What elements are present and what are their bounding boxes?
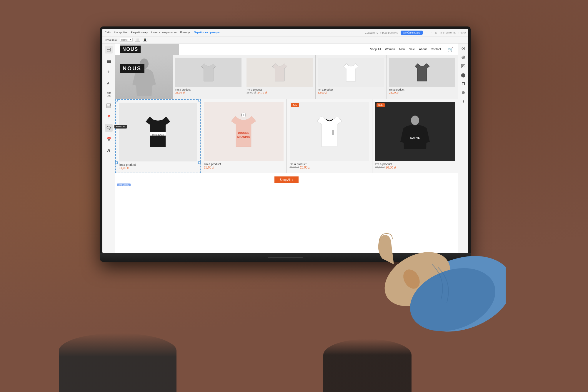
selection-handle-tl[interactable] — [115, 99, 118, 101]
nav-dev[interactable]: Разработчику — [131, 31, 148, 34]
top-bar-nav: Сайт Настройка Разработчику Нанять специ… — [105, 31, 219, 34]
nous-logo: NOUS — [120, 64, 144, 73]
tools-label[interactable]: Инструменты — [440, 31, 456, 34]
pages-icon[interactable] — [105, 46, 113, 54]
store-icon-container: Магазин — [105, 124, 113, 132]
layers-icon[interactable] — [105, 57, 113, 65]
add-product-icon[interactable]: + — [241, 113, 246, 117]
store-icon[interactable] — [105, 124, 113, 132]
top-bar-right: Сохранить Предпросмотр Опубликовать ← → … — [365, 31, 466, 35]
svg-rect-18 — [332, 130, 334, 135]
product-price-b1: 31,00 zł — [119, 166, 197, 170]
bottom-section: PROKINGWEAR I'm a product 31,00 zł — [115, 99, 458, 173]
svg-text:PROKINGWEAR: PROKINGWEAR — [152, 134, 164, 136]
tshirt-svg-p4 — [413, 62, 431, 83]
svg-point-23 — [463, 48, 464, 49]
add-element-icon[interactable]: + — [105, 68, 113, 76]
nav-settings[interactable]: Настройка — [114, 31, 127, 34]
laptop-base — [100, 253, 471, 262]
nav-hire[interactable]: Нанять специалиста — [151, 31, 176, 34]
publish-button[interactable]: Опубликовать — [401, 31, 423, 35]
secondary-bar: Страница: Home ▼ ⬜ 📱 — [102, 36, 468, 44]
svg-rect-8 — [109, 95, 111, 96]
selection-handle-bl[interactable] — [115, 161, 118, 164]
product-name-b2: I'm a product — [204, 163, 283, 166]
nav-contact[interactable]: Contact — [431, 48, 441, 51]
nav-about[interactable]: About — [419, 48, 427, 51]
main-area: + A↑ 📍 Магазин 📅 A — [102, 44, 468, 253]
svg-text:MEANING: MEANING — [237, 136, 250, 139]
product-card-p2[interactable]: I'm a product 26,00 zł 24,70 zł — [244, 55, 315, 99]
view-toggle-icon[interactable]: ⊟ — [435, 31, 437, 34]
page-dropdown[interactable]: Home ▼ — [120, 38, 132, 42]
product-name-p2: I'm a product — [246, 88, 313, 91]
mobile-view-icon[interactable]: 📱 — [143, 38, 147, 42]
font-icon[interactable]: A — [105, 146, 113, 154]
svg-rect-6 — [109, 92, 111, 94]
product-image-p2 — [246, 58, 313, 87]
product-image-b1: PROKINGWEAR — [119, 103, 197, 161]
laptop-frame: Сайт Настройка Разработчику Нанять специ… — [100, 26, 471, 262]
product-image-b3 — [290, 102, 369, 161]
nav-help[interactable]: Помощь — [180, 31, 190, 34]
right-panel-icon-5[interactable] — [460, 81, 467, 87]
nav-shop-all[interactable]: Shop All — [370, 48, 381, 51]
pin-icon[interactable]: 📍 — [105, 113, 113, 121]
shop-all-button[interactable]: Shop All › — [274, 176, 299, 183]
selection-handle-tr[interactable] — [198, 99, 201, 101]
tshirt-white-svg — [315, 114, 344, 149]
product-name-p4: I'm a product — [389, 88, 455, 91]
tshirt-svg-p2 — [271, 62, 289, 83]
svg-rect-1 — [107, 50, 111, 51]
left-hand — [59, 333, 176, 392]
tshirt-pink-svg: DOUBLE MEANING — [229, 114, 258, 149]
redo-icon[interactable]: → — [430, 31, 433, 34]
selection-handle-br[interactable] — [198, 161, 201, 164]
svg-point-28 — [462, 65, 464, 67]
product-card-b3[interactable]: Sale — [287, 99, 372, 173]
content-area: NOUS Shop All Women Men Sale About Conta… — [115, 44, 458, 253]
apps-icon[interactable] — [105, 91, 113, 98]
product-name-b4: I'm a product — [375, 163, 455, 166]
product-card-b2[interactable]: + DOUBLE MEANING I'm a product 25,00 — [201, 99, 286, 173]
product-card-b1[interactable]: PROKINGWEAR I'm a product 31,00 zł — [115, 99, 201, 173]
nav-women[interactable]: Women — [385, 48, 395, 51]
product-card-p3[interactable]: I'm a product 32,00 zł — [316, 55, 387, 99]
nav-site[interactable]: Сайт — [105, 31, 111, 34]
desktop-view-icon[interactable]: ⬜ — [135, 38, 140, 42]
calendar-icon[interactable]: 📅 — [105, 135, 113, 143]
svg-rect-0 — [107, 48, 111, 49]
nav-sale[interactable]: Sale — [409, 48, 415, 51]
text-icon[interactable]: A↑ — [105, 79, 113, 87]
right-panel-icon-2[interactable] — [460, 54, 467, 61]
right-panel-icon-6[interactable] — [460, 89, 467, 96]
right-panel-icon-7[interactable]: ⋮ — [460, 98, 467, 105]
nav-men[interactable]: Men — [399, 48, 405, 51]
product-name-b3: I'm a product — [290, 163, 369, 166]
media-icon[interactable] — [105, 102, 113, 109]
touchbar — [268, 257, 303, 258]
right-panel-icon-3[interactable] — [460, 63, 467, 69]
svg-rect-3 — [107, 61, 111, 62]
nav-premium[interactable]: Перейти на премиум — [194, 31, 219, 34]
svg-point-12 — [109, 129, 110, 130]
search-label[interactable]: Поиск — [459, 31, 466, 34]
right-panel-icon-1[interactable] — [460, 45, 467, 52]
preview-btn[interactable]: Предпросмотр — [380, 31, 398, 34]
product-card-p1[interactable]: I'm a product 26,00 zł — [173, 55, 244, 99]
product-image-b4: NATIVE — [375, 102, 455, 161]
product-image-p3 — [318, 58, 384, 87]
product-name-b1: I'm a product — [119, 163, 197, 166]
save-btn[interactable]: Сохранить — [365, 31, 378, 34]
right-panel-icon-4[interactable]: ⬤ — [460, 72, 467, 78]
hero-image[interactable]: NOUS — [115, 55, 173, 99]
left-sidebar: + A↑ 📍 Магазин 📅 A — [102, 44, 115, 253]
undo-icon[interactable]: ← — [425, 31, 428, 34]
tshirt-svg-p1 — [200, 62, 217, 83]
cart-icon[interactable]: 🛒 — [448, 47, 453, 52]
product-card-p4[interactable]: I'm a product 26,00 zł — [387, 55, 458, 99]
nous-logo-hero: NOUS — [120, 46, 141, 53]
product-image-p4 — [389, 58, 455, 87]
sale-badge-b3: Sale — [291, 103, 299, 107]
product-card-b4[interactable]: Sale NATIVE — [372, 99, 458, 173]
